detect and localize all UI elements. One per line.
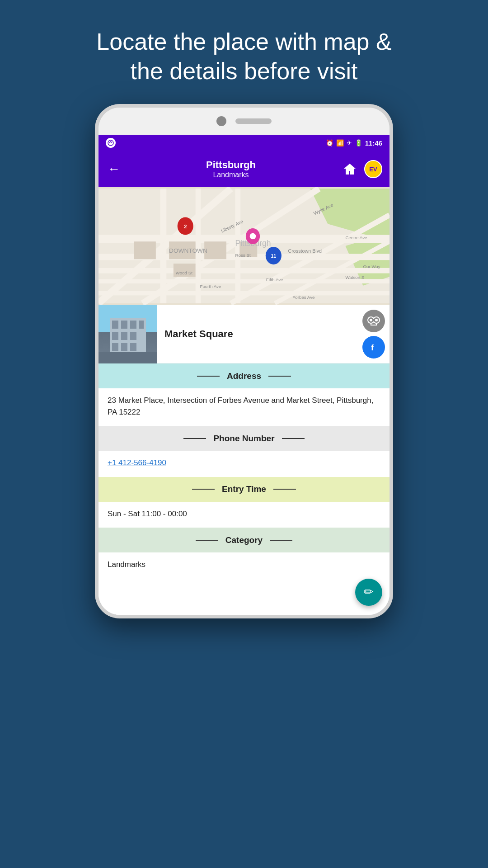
app-content: ⏰ 📶 ✈ 🔋 11:46 ← Pittsburgh Landmarks EV <box>99 135 389 615</box>
back-button[interactable]: ← <box>106 160 122 178</box>
phone-content[interactable]: +1 412-566-4190 <box>99 451 389 477</box>
streetview-button[interactable] <box>362 310 385 332</box>
svg-text:Centre Ave: Centre Ave <box>345 235 367 240</box>
place-name: Market Square <box>164 328 233 340</box>
home-button[interactable] <box>340 159 360 179</box>
ev-badge[interactable]: EV <box>364 160 382 178</box>
header-line-left <box>197 376 220 377</box>
svg-rect-55 <box>130 343 136 351</box>
phone-frame: ⏰ 📶 ✈ 🔋 11:46 ← Pittsburgh Landmarks EV <box>95 104 393 618</box>
svg-text:Crosstown Blvd: Crosstown Blvd <box>288 248 322 254</box>
info-content: Address 23 Market Place, Intersection of… <box>99 363 389 615</box>
svg-rect-20 <box>134 241 156 259</box>
svg-text:f: f <box>371 343 374 352</box>
battery-icon: 🔋 <box>355 139 362 146</box>
phone-notch <box>99 108 389 135</box>
svg-point-61 <box>375 319 378 321</box>
header-line-left <box>183 438 206 439</box>
status-left <box>106 138 116 148</box>
status-time: 11:46 <box>365 139 382 147</box>
address-header: Address <box>99 363 389 388</box>
edit-button[interactable]: ✏ <box>355 579 382 606</box>
header-line-right <box>270 540 292 541</box>
alarm-icon: ⏰ <box>326 139 333 146</box>
svg-rect-48 <box>130 321 136 329</box>
svg-text:Our Way: Our Way <box>363 264 380 269</box>
header-line-left <box>192 489 215 490</box>
page-subtitle: Landmarks <box>127 171 334 179</box>
category-content: Landmarks <box>99 552 389 579</box>
svg-text:Fourth Ave: Fourth Ave <box>200 284 221 289</box>
category-label: Category <box>225 535 263 545</box>
entry-time-label: Entry Time <box>222 484 266 494</box>
app-bar: ← Pittsburgh Landmarks EV <box>99 151 389 187</box>
svg-rect-50 <box>112 332 118 340</box>
app-bar-title: Pittsburgh Landmarks <box>127 159 334 179</box>
status-bar: ⏰ 📶 ✈ 🔋 11:46 <box>99 135 389 151</box>
airplane-icon: ✈ <box>347 139 352 146</box>
svg-point-40 <box>250 233 256 240</box>
svg-text:Forbes Ave: Forbes Ave <box>292 295 314 300</box>
place-image <box>99 305 157 363</box>
svg-rect-51 <box>121 332 127 340</box>
phone-header: Phone Number <box>99 426 389 451</box>
place-action-buttons: f <box>362 305 389 363</box>
header-line-right <box>282 438 305 439</box>
headline-text: Locate the place with map &the details b… <box>69 27 418 86</box>
address-label: Address <box>227 371 261 381</box>
entry-time-header: Entry Time <box>99 477 389 502</box>
svg-rect-47 <box>121 321 127 329</box>
map-container[interactable]: Liberty Ave Crosstown Blvd Wylie Ave Cen… <box>99 187 389 305</box>
svg-text:2: 2 <box>184 223 187 229</box>
place-bar: Market Square <box>99 305 389 363</box>
svg-text:Ross St: Ross St <box>235 253 250 258</box>
svg-rect-53 <box>112 343 118 351</box>
svg-text:Wood St: Wood St <box>176 270 193 275</box>
category-header: Category <box>99 528 389 552</box>
header-line-right <box>273 489 296 490</box>
address-content: 23 Market Place, Intersection of Forbes … <box>99 388 389 426</box>
entry-time-content: Sun - Sat 11:00 - 00:00 <box>99 502 389 528</box>
phone-speaker <box>235 118 272 124</box>
phone-camera <box>216 116 226 126</box>
city-title: Pittsburgh <box>127 159 334 171</box>
svg-rect-54 <box>121 343 127 351</box>
svg-text:11: 11 <box>271 253 276 259</box>
app-bar-actions: EV <box>340 159 382 179</box>
header-line-left <box>196 540 218 541</box>
phone-label: Phone Number <box>213 434 274 443</box>
wifi-icon: 📶 <box>336 139 344 146</box>
svg-point-0 <box>108 140 113 146</box>
info-content-wrapper: Address 23 Market Place, Intersection of… <box>99 363 389 615</box>
svg-text:DOWNTOWN: DOWNTOWN <box>169 247 207 254</box>
svg-rect-52 <box>130 332 136 340</box>
header-line-right <box>268 376 291 377</box>
edit-icon: ✏ <box>364 585 374 599</box>
svg-point-60 <box>370 319 372 321</box>
place-name-area: Market Square <box>157 305 362 363</box>
svg-rect-56 <box>99 352 157 363</box>
status-right: ⏰ 📶 ✈ 🔋 11:46 <box>326 139 382 147</box>
svg-text:Watson S: Watson S <box>345 275 364 280</box>
svg-rect-18 <box>204 241 226 259</box>
svg-text:Fifth Ave: Fifth Ave <box>266 277 283 282</box>
svg-rect-46 <box>112 321 118 329</box>
app-icon <box>106 138 116 148</box>
svg-rect-49 <box>139 321 144 329</box>
facebook-button[interactable]: f <box>362 336 385 359</box>
